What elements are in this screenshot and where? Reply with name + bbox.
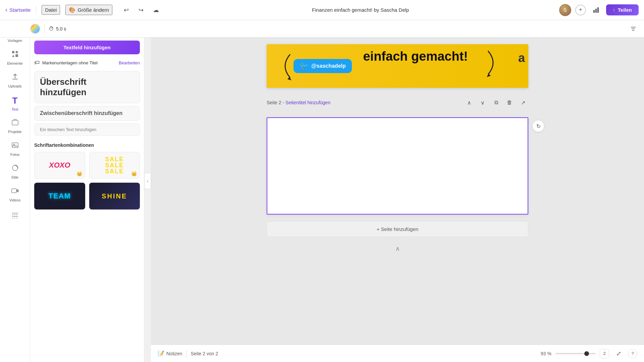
collapse-panel-button[interactable]: ‹ <box>144 173 151 189</box>
add-collaborator-button[interactable]: + <box>575 5 586 15</box>
avatar[interactable]: S <box>559 4 571 16</box>
font-combo-xoxo[interactable]: XOXO 👑 <box>34 152 85 179</box>
move-down-button[interactable]: ∨ <box>477 97 488 108</box>
videos-icon <box>11 187 19 197</box>
back-button[interactable]: ‹ Startseite <box>5 6 31 13</box>
canvas-container: 🐦 @saschadelp einfach gemacht! <box>151 38 644 345</box>
projekte-icon <box>11 118 19 128</box>
top-bar: ‹ Startseite Datei 🎨 Größe ändern ↩ ↪ ☁ … <box>0 0 644 20</box>
sidebar-item-projekte[interactable]: Projekte <box>3 115 27 137</box>
subheadline-text: Zwischenüberschrift hinzufügen <box>40 110 122 116</box>
stile-icon <box>11 164 19 174</box>
sidebar-item-stile[interactable]: Stile <box>3 161 27 182</box>
bottom-right: 93 % 2 ⤢ ? <box>541 348 637 359</box>
timer-display[interactable]: ⏱ 5.0 s <box>49 26 66 32</box>
videos-label: Videos <box>9 198 20 202</box>
svg-rect-15 <box>12 120 18 125</box>
svg-rect-1 <box>595 9 597 13</box>
notes-icon: 📝 <box>158 350 164 357</box>
page-2-canvas[interactable] <box>267 117 528 215</box>
text-options: Überschrift hinzufügen Zwischenüberschri… <box>34 71 140 136</box>
bottom-divider <box>186 350 186 358</box>
svg-rect-10 <box>12 51 14 53</box>
font-combos-grid: XOXO 👑 SALE SALE SALE 👑 <box>34 152 140 179</box>
svg-marker-24 <box>287 77 291 80</box>
svg-marker-25 <box>487 74 491 77</box>
timer-value: 5.0 s <box>56 26 66 32</box>
zoom-slider[interactable] <box>555 353 596 354</box>
sidebar-item-uploads[interactable]: Uploads <box>3 70 27 91</box>
zoom-track[interactable] <box>555 353 596 354</box>
headline-text: Überschrift hinzufügen <box>40 77 87 97</box>
zoom-thumb[interactable] <box>584 351 589 356</box>
sidebar-item-fotos[interactable]: Fotos <box>3 138 27 160</box>
duplicate-page-button[interactable]: ⧉ <box>491 97 501 108</box>
text-label: Text <box>11 107 18 111</box>
refresh-button[interactable]: ↻ <box>532 120 544 132</box>
undo-redo-actions: ↩ ↪ ☁ <box>120 4 162 16</box>
sidebar-item-text[interactable]: T Text <box>3 93 27 114</box>
analytics-button[interactable] <box>590 4 602 16</box>
scroll-indicator: ∧ <box>267 244 528 254</box>
toolbar-right <box>628 23 639 34</box>
projekte-label: Projekte <box>8 130 21 134</box>
brand-edit-button[interactable]: Bearbeiten <box>119 60 140 65</box>
left-sidebar: Vorlagen Elemente Uploads T Text <box>0 20 30 362</box>
uploads-label: Uploads <box>8 84 21 88</box>
save-cloud-button[interactable]: ☁ <box>150 4 162 16</box>
sale-text-1: SALE <box>105 156 124 162</box>
font-combo-shine[interactable]: SHINE <box>89 183 140 209</box>
vorlagen-label: Vorlagen <box>8 39 22 43</box>
bottom-bar: 📝 Notizen Seite 2 von 2 93 % 2 ⤢ ? <box>151 345 644 362</box>
font-combo-sale[interactable]: SALE SALE SALE 👑 <box>89 152 140 179</box>
svg-marker-12 <box>12 55 14 57</box>
scroll-up-chevron[interactable]: ∧ <box>395 245 400 252</box>
undo-button[interactable]: ↩ <box>120 4 132 16</box>
sale-text-2: SALE <box>105 162 124 168</box>
svg-point-11 <box>15 51 18 53</box>
stile-label: Stile <box>11 175 18 179</box>
add-headline-button[interactable]: Überschrift hinzufügen <box>34 71 140 103</box>
filter-button[interactable] <box>628 23 639 34</box>
fotos-label: Fotos <box>10 153 20 157</box>
elemente-label: Elemente <box>7 61 22 65</box>
fullscreen-button[interactable]: ⤢ <box>613 348 624 359</box>
top-bar-center: Finanzen einfach gemacht! by Sascha Delp <box>167 7 554 13</box>
project-title: Finanzen einfach gemacht! by Sascha Delp <box>312 7 409 13</box>
brand-label: Markenunterlagen ohne Titel <box>42 60 98 65</box>
sidebar-item-pattern[interactable] <box>3 206 27 228</box>
add-body-button[interactable]: Ein bisschen Text hinzufügen <box>34 123 140 136</box>
share-page-button[interactable]: ↗ <box>518 97 528 108</box>
notes-button[interactable]: 📝 Notizen <box>158 350 182 357</box>
share-label: Teilen <box>618 7 632 13</box>
page1-big-text: einfach gemacht! <box>363 49 468 63</box>
color-swatch[interactable] <box>30 24 40 34</box>
back-label: Startseite <box>9 7 31 13</box>
share-button[interactable]: ↑ Teilen <box>606 4 639 15</box>
redo-button[interactable]: ↪ <box>135 4 147 16</box>
pattern-icon <box>11 212 19 222</box>
page-num-badge[interactable]: 2 <box>600 349 609 358</box>
font-combos-row2: TEAM SHINE <box>34 183 140 209</box>
delete-page-button[interactable]: 🗑 <box>504 97 515 108</box>
sidebar-item-videos[interactable]: Videos <box>3 184 27 205</box>
arrow-left-svg <box>277 51 297 81</box>
font-combo-team[interactable]: TEAM <box>34 183 85 209</box>
fotos-icon <box>11 141 19 151</box>
add-textfield-button[interactable]: Textfeld hinzufügen <box>34 41 140 54</box>
help-button[interactable]: ? <box>628 349 637 358</box>
add-subheadline-button[interactable]: Zwischenüberschrift hinzufügen <box>34 106 140 121</box>
size-button[interactable]: 🎨 Größe ändern <box>65 5 112 15</box>
sale-stack: SALE SALE SALE <box>105 156 124 174</box>
zoom-level: 93 % <box>541 351 551 356</box>
body-text: Ein bisschen Text hinzufügen <box>40 127 96 132</box>
move-up-button[interactable]: ∧ <box>464 97 475 108</box>
back-arrow-icon: ‹ <box>5 6 7 13</box>
datei-button[interactable]: Datei <box>42 5 60 15</box>
add-page-label: + Seite hinzufügen <box>377 226 419 232</box>
sidebar-item-elemente[interactable]: Elemente <box>3 47 27 68</box>
top-bar-right: S + ↑ Teilen <box>559 4 639 16</box>
team-text: TEAM <box>49 192 71 200</box>
page-title-link[interactable]: Seitentitel hinzufügen <box>285 100 330 105</box>
add-page-button[interactable]: + Seite hinzufügen <box>267 221 528 237</box>
